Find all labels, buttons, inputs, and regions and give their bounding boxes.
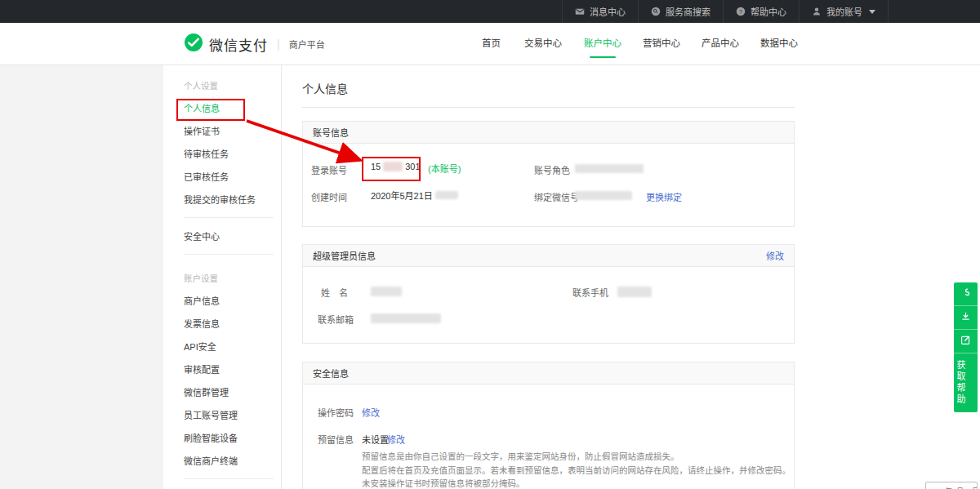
reserved-info-value: 未设置 — [362, 433, 389, 446]
my-account-menu[interactable]: 我的账号 — [799, 0, 889, 23]
created-time-label: 创建时间 — [311, 190, 347, 203]
sidebar-divider — [184, 217, 274, 218]
super-admin-header: 超级管理员信息 修改 — [303, 245, 794, 267]
nav-product-center[interactable]: 产品中心 — [702, 23, 739, 64]
note-line: 预留信息是由你自己设置的一段文字，用来鉴定网站身份，防止假冒网站造成损失。 — [362, 450, 791, 464]
sidebar-item-invoice-info[interactable]: 发票信息 — [184, 312, 281, 335]
sidebar-item-operation-cert[interactable]: 操作证书 — [184, 119, 281, 142]
title-divider — [302, 107, 795, 108]
created-date: 2020年5月21日 — [371, 189, 433, 202]
name-label: 姓 名 — [321, 286, 348, 299]
reserved-info-edit-link[interactable]: 修改 — [387, 433, 405, 446]
sidebar-item-reviewed[interactable]: 已审核任务 — [184, 165, 281, 188]
sidebar-item-api-security[interactable]: API安全 — [184, 335, 281, 358]
link-icon — [960, 287, 971, 301]
my-account-label: 我的账号 — [826, 5, 862, 18]
sidebar-item-face-smart-device[interactable]: 刷脸智能设备 — [184, 426, 281, 449]
help-icon: ? — [736, 7, 746, 16]
redacted-phone — [617, 287, 652, 297]
left-gutter — [0, 65, 163, 489]
note-line: 未安装操作证书时预留信息将被部分掩码。 — [362, 477, 791, 489]
contact-phone-label: 联系手机 — [572, 286, 608, 299]
top-utility-items: 消息中心 服务商搜索 ? 帮助中心 我的账号 — [562, 0, 889, 23]
user-icon — [812, 7, 822, 16]
get-help-button[interactable]: 获取帮助 — [954, 353, 978, 412]
account-info-title: 账号信息 — [313, 126, 349, 139]
sidebar-item-staff-account-mgmt[interactable]: 员工账号管理 — [184, 403, 281, 426]
super-admin-title: 超级管理员信息 — [313, 249, 376, 262]
redacted-name — [371, 287, 402, 296]
nav-data-center[interactable]: 数据中心 — [760, 23, 798, 64]
created-time-value: 2020年5月21日 — [371, 189, 458, 202]
brand: 微信支付 | 商户平台 — [184, 23, 325, 65]
redacted-wechat-id — [575, 191, 632, 200]
sidebar-item-my-submitted-review[interactable]: 我提交的审核任务 — [184, 188, 281, 211]
redacted-account-role — [575, 164, 644, 173]
super-admin-edit-link[interactable]: 修改 — [766, 249, 784, 262]
search-icon — [651, 7, 661, 16]
login-prefix: 15 — [371, 162, 381, 171]
redacted-created-tail — [435, 191, 458, 199]
sidebar-item-review-config[interactable]: 审核配置 — [184, 358, 281, 380]
login-account-label: 登录账号 — [311, 163, 347, 176]
message-center-label: 消息中心 — [590, 5, 626, 18]
portal-name: 商户平台 — [289, 38, 325, 51]
change-binding-link[interactable]: 更换绑定 — [646, 190, 682, 203]
nav-account-center[interactable]: 账户中心 — [584, 23, 621, 64]
operation-password-label: 操作密码 — [318, 406, 354, 419]
sidebar-item-wechat-merchant-terminal[interactable]: 微信商户终端 — [184, 449, 281, 472]
chevron-down-icon — [869, 10, 875, 14]
mail-icon — [575, 7, 585, 16]
sidebar-group-account-settings: 账户设置 — [184, 266, 281, 289]
sidebar-item-merchant-info[interactable]: 商户信息 — [184, 289, 281, 312]
sidebar-divider — [184, 254, 274, 255]
download-button[interactable] — [954, 306, 978, 330]
sidebar-divider — [184, 478, 274, 479]
top-utility-bar: 消息中心 服务商搜索 ? 帮助中心 我的账号 — [0, 0, 980, 23]
help-center-item[interactable]: ? 帮助中心 — [723, 0, 799, 23]
feedback-button[interactable] — [954, 330, 978, 353]
login-account-value: 15 301 — [371, 162, 421, 171]
sidebar-item-wechat-group-mgmt[interactable]: 微信群管理 — [184, 380, 281, 403]
note-line: 配置后将在首页及充值页面显示。若未看到预留信息，表明当前访问的网站存在风险，请终… — [362, 464, 791, 478]
reserved-info-label: 预留信息 — [318, 433, 354, 446]
account-info-header: 账号信息 — [303, 122, 794, 144]
quick-link-button[interactable] — [954, 282, 978, 306]
download-icon — [960, 310, 971, 325]
security-info-header: 安全信息 — [303, 362, 794, 385]
bound-wechat-label: 绑定微信号 — [534, 190, 579, 203]
sidebar-item-personal-info[interactable]: 个人信息 — [184, 96, 281, 119]
page-title: 个人信息 — [302, 80, 348, 96]
contact-email-label: 联系邮箱 — [318, 313, 354, 326]
security-info-title: 安全信息 — [313, 367, 349, 380]
sp-search-label: 服务商搜索 — [666, 5, 710, 18]
wechat-pay-logo-icon — [184, 33, 203, 56]
redacted-email — [371, 313, 441, 323]
brand-divider: | — [277, 38, 280, 51]
sp-search-item[interactable]: 服务商搜索 — [638, 0, 723, 23]
date-tooltip: 2020年5月22日 — [925, 482, 978, 489]
nav-marketing-center[interactable]: 营销中心 — [643, 23, 680, 64]
sidebar: 个人设置 个人信息 操作证书 待审核任务 已审核任务 我提交的审核任务 安全中心… — [163, 65, 282, 489]
nav-home[interactable]: 首页 — [482, 23, 501, 64]
message-center-item[interactable]: 消息中心 — [562, 0, 638, 23]
nav-trade-center[interactable]: 交易中心 — [524, 23, 562, 64]
edit-icon — [960, 334, 971, 349]
current-account-tag: (本账号) — [428, 162, 461, 175]
svg-text:?: ? — [739, 9, 742, 16]
sidebar-item-security-center[interactable]: 安全中心 — [184, 224, 281, 247]
redacted-login-middle — [383, 162, 403, 171]
super-admin-section: 超级管理员信息 修改 姓 名 联系手机 联系邮箱 — [302, 244, 795, 344]
brand-name: 微信支付 — [209, 34, 268, 55]
site-header: 微信支付 | 商户平台 首页 交易中心 账户中心 营销中心 产品中心 数据中心 — [0, 23, 980, 65]
account-info-section: 账号信息 登录账号 15 301 (本账号) 账号角色 创建时间 2020年5月… — [302, 121, 795, 227]
account-role-label: 账号角色 — [534, 163, 570, 176]
sidebar-group-personal-settings: 个人设置 — [184, 73, 281, 96]
help-center-label: 帮助中心 — [751, 5, 786, 18]
operation-password-edit-link[interactable]: 修改 — [362, 406, 380, 419]
login-suffix: 301 — [405, 162, 420, 171]
floating-help-widget: 获取帮助 — [954, 282, 978, 412]
reserved-info-notes: 预留信息是由你自己设置的一段文字，用来鉴定网站身份，防止假冒网站造成损失。 配置… — [362, 450, 791, 489]
sidebar-item-pending-review[interactable]: 待审核任务 — [184, 142, 281, 165]
security-info-section: 安全信息 操作密码 修改 预留信息 未设置 修改 预留信息是由你自己设置的一段文… — [302, 362, 795, 489]
